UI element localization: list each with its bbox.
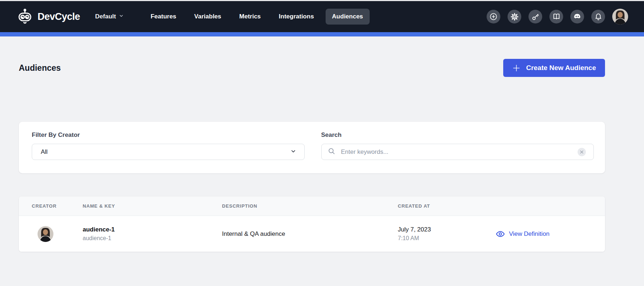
book-icon (552, 13, 561, 21)
page-content: Audiences Create New Audience Filter By … (0, 59, 644, 252)
creator-avatar (38, 226, 53, 242)
plus-icon (512, 64, 521, 72)
created-date: July 7, 2023 (398, 226, 496, 233)
chevron-down-icon (119, 13, 124, 20)
main-navigation: Features Variables Metrics Integrations … (144, 9, 369, 25)
api-keys-button[interactable] (528, 10, 542, 23)
nav-item-integrations[interactable]: Integrations (272, 9, 320, 25)
name-key-cell: audience-1 audience-1 (83, 226, 222, 242)
nav-item-variables[interactable]: Variables (188, 9, 228, 25)
view-definition-label: View Definition (509, 230, 549, 238)
search-group: Search (321, 131, 594, 160)
gear-icon (510, 13, 519, 21)
table-header-row: Creator Name & Key Description Created A… (19, 196, 605, 216)
nav-item-audiences[interactable]: Audiences (326, 9, 370, 25)
project-selector-value: Default (95, 13, 116, 20)
user-avatar[interactable] (612, 9, 628, 25)
nav-item-metrics[interactable]: Metrics (233, 9, 267, 25)
chevron-down-icon (290, 148, 296, 156)
search-input[interactable] (341, 148, 574, 156)
page-title: Audiences (19, 63, 61, 73)
create-new-audience-button[interactable]: Create New Audience (503, 59, 605, 77)
creator-filter-group: Filter By Creator All (32, 131, 305, 160)
add-circle-button[interactable] (487, 10, 500, 23)
create-new-audience-label: Create New Audience (526, 64, 596, 72)
accent-stripe (0, 32, 644, 36)
created-at-cell: July 7, 2023 7:10 AM (398, 226, 496, 242)
column-header-created-at: Created At (398, 203, 496, 209)
search-icon (328, 147, 335, 156)
project-selector-dropdown[interactable]: Default (95, 13, 124, 20)
clear-search-button[interactable] (578, 148, 586, 156)
filter-card: Filter By Creator All Search (19, 122, 605, 173)
discord-icon (573, 12, 582, 21)
notifications-button[interactable] (591, 10, 605, 23)
navbar-actions (487, 9, 628, 25)
creator-filter-value: All (41, 148, 48, 156)
plus-circle-icon (489, 12, 498, 21)
audience-key: audience-1 (83, 235, 222, 242)
eye-icon (496, 229, 505, 239)
description-cell: Internal & QA audience (222, 230, 398, 238)
column-header-description: Description (222, 203, 398, 209)
creator-filter-select[interactable]: All (32, 144, 305, 160)
robot-logo-icon (17, 8, 33, 25)
devcycle-logo[interactable]: DevCycle (17, 8, 80, 25)
column-header-creator: Creator (32, 203, 83, 209)
page-header: Audiences Create New Audience (19, 59, 605, 77)
creator-cell (32, 226, 83, 242)
bell-icon (594, 13, 602, 21)
discord-button[interactable] (570, 10, 584, 23)
nav-item-features[interactable]: Features (144, 9, 183, 25)
close-icon (580, 150, 583, 153)
brand-wordmark: DevCycle (38, 11, 80, 22)
view-definition-link[interactable]: View Definition (496, 229, 605, 239)
docs-button[interactable] (549, 10, 563, 23)
key-icon (531, 13, 540, 21)
created-time: 7:10 AM (398, 235, 496, 242)
search-control (321, 144, 594, 160)
creator-filter-label: Filter By Creator (32, 131, 305, 139)
settings-button[interactable] (508, 10, 521, 23)
search-label: Search (321, 131, 594, 139)
audience-name: audience-1 (83, 226, 222, 233)
table-row[interactable]: audience-1 audience-1 Internal & QA audi… (19, 216, 605, 252)
audiences-table: Creator Name & Key Description Created A… (19, 196, 605, 252)
top-navbar: DevCycle Default Features Variables Metr… (0, 1, 644, 32)
column-header-name-key: Name & Key (83, 203, 222, 209)
